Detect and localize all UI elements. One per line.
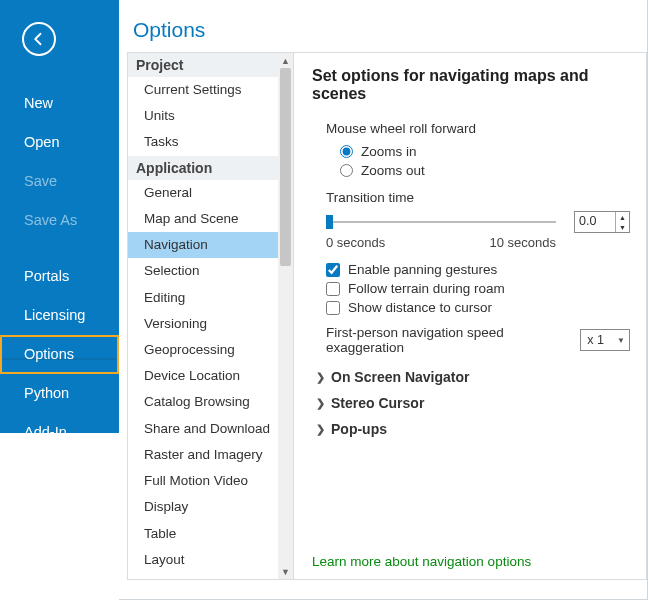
tree-item-share-and-download[interactable]: Share and Download — [128, 416, 293, 442]
sidebar-item-save: Save — [0, 162, 119, 201]
tree-item-current-settings[interactable]: Current Settings — [128, 77, 293, 103]
tree-item-catalog-browsing[interactable]: Catalog Browsing — [128, 389, 293, 415]
chevron-right-icon: ❯ — [316, 423, 325, 436]
tree-item-tasks[interactable]: Tasks — [128, 129, 293, 155]
slider-thumb[interactable] — [326, 215, 333, 229]
sidebar-item-options[interactable]: Options — [0, 335, 119, 374]
chevron-right-icon: ❯ — [316, 371, 325, 384]
tree-item-navigation[interactable]: Navigation — [128, 232, 293, 258]
sidebar-item-new[interactable]: New — [0, 84, 119, 123]
sidebar-item-save-as: Save As — [0, 201, 119, 240]
checkbox-panning-label: Enable panning gestures — [348, 262, 497, 277]
arrow-left-icon — [30, 30, 48, 48]
checkbox-follow-terrain[interactable]: Follow terrain during roam — [326, 281, 630, 296]
expander-label: Pop-ups — [331, 421, 387, 437]
mouse-wheel-label: Mouse wheel roll forward — [326, 121, 630, 136]
scroll-track[interactable] — [278, 68, 293, 564]
spinner-value[interactable]: 0.0 — [575, 212, 615, 232]
tree-item-map-and-scene[interactable]: Map and Scene — [128, 206, 293, 232]
transition-time-spinner[interactable]: 0.0 ▲ ▼ — [574, 211, 630, 233]
checkbox-panning-gestures[interactable]: Enable panning gestures — [326, 262, 630, 277]
tree-item-units[interactable]: Units — [128, 103, 293, 129]
backstage-sidebar: New Open Save Save As Portals Licensing … — [0, 0, 119, 433]
expander-label: Stereo Cursor — [331, 395, 424, 411]
expander-stereo-cursor[interactable]: ❯ Stereo Cursor — [316, 395, 630, 411]
options-detail-pane: Set options for navigating maps and scen… — [294, 52, 647, 580]
chevron-down-icon: ▼ — [617, 336, 625, 345]
spinner-up-icon[interactable]: ▲ — [616, 212, 629, 222]
tree-item-full-motion-video[interactable]: Full Motion Video — [128, 468, 293, 494]
tree-item-general[interactable]: General — [128, 180, 293, 206]
fpv-exaggeration-label: First-person navigation speed exaggerati… — [326, 325, 570, 355]
sidebar-item-open[interactable]: Open — [0, 123, 119, 162]
tree-item-device-location[interactable]: Device Location — [128, 363, 293, 389]
panel-title: Options — [119, 0, 647, 52]
tree-item-text-and-graphics[interactable]: Text and Graphics — [128, 573, 293, 579]
checkbox-terrain-input[interactable] — [326, 282, 340, 296]
sidebar-item-portals[interactable]: Portals — [0, 257, 119, 296]
radio-zooms-in-input[interactable] — [340, 145, 353, 158]
slider-max-label: 10 seconds — [490, 235, 557, 250]
scroll-down-icon[interactable]: ▼ — [278, 564, 293, 579]
options-tree: Project Current Settings Units Tasks App… — [127, 52, 294, 580]
checkbox-distance-label: Show distance to cursor — [348, 300, 492, 315]
expander-label: On Screen Navigator — [331, 369, 470, 385]
radio-zooms-out-label: Zooms out — [361, 163, 425, 178]
radio-zooms-out[interactable]: Zooms out — [340, 163, 630, 178]
expander-on-screen-navigator[interactable]: ❯ On Screen Navigator — [316, 369, 630, 385]
tree-item-layout[interactable]: Layout — [128, 547, 293, 573]
scroll-up-icon[interactable]: ▲ — [278, 53, 293, 68]
fpv-exaggeration-dropdown[interactable]: x 1 ▼ — [580, 329, 630, 351]
tree-item-selection[interactable]: Selection — [128, 258, 293, 284]
spinner-down-icon[interactable]: ▼ — [616, 222, 629, 232]
learn-more-link[interactable]: Learn more about navigation options — [312, 554, 531, 569]
tree-category-project: Project — [128, 53, 293, 77]
detail-heading: Set options for navigating maps and scen… — [312, 67, 630, 103]
radio-zooms-in[interactable]: Zooms in — [340, 144, 630, 159]
scroll-thumb[interactable] — [280, 68, 291, 266]
tree-item-display[interactable]: Display — [128, 494, 293, 520]
transition-time-slider[interactable] — [326, 213, 556, 231]
transition-time-label: Transition time — [326, 190, 630, 205]
tree-scrollbar[interactable]: ▲ ▼ — [278, 53, 293, 579]
chevron-right-icon: ❯ — [316, 397, 325, 410]
checkbox-show-distance[interactable]: Show distance to cursor — [326, 300, 630, 315]
tree-item-geoprocessing[interactable]: Geoprocessing — [128, 337, 293, 363]
expander-popups[interactable]: ❯ Pop-ups — [316, 421, 630, 437]
tree-category-application: Application — [128, 156, 293, 180]
tree-item-raster-and-imagery[interactable]: Raster and Imagery — [128, 442, 293, 468]
radio-zooms-out-input[interactable] — [340, 164, 353, 177]
sidebar-item-python[interactable]: Python — [0, 374, 119, 413]
checkbox-terrain-label: Follow terrain during roam — [348, 281, 505, 296]
tree-item-versioning[interactable]: Versioning — [128, 311, 293, 337]
options-panel: Options Project Current Settings Units T… — [119, 0, 648, 600]
radio-zooms-in-label: Zooms in — [361, 144, 417, 159]
sidebar-item-licensing[interactable]: Licensing — [0, 296, 119, 335]
dropdown-value: x 1 — [587, 333, 604, 347]
checkbox-distance-input[interactable] — [326, 301, 340, 315]
tree-item-editing[interactable]: Editing — [128, 285, 293, 311]
slider-min-label: 0 seconds — [326, 235, 385, 250]
tree-item-table[interactable]: Table — [128, 521, 293, 547]
checkbox-panning-input[interactable] — [326, 263, 340, 277]
back-button[interactable] — [22, 22, 56, 56]
sidebar-item-addin-manager[interactable]: Add-In Manage — [0, 413, 119, 471]
